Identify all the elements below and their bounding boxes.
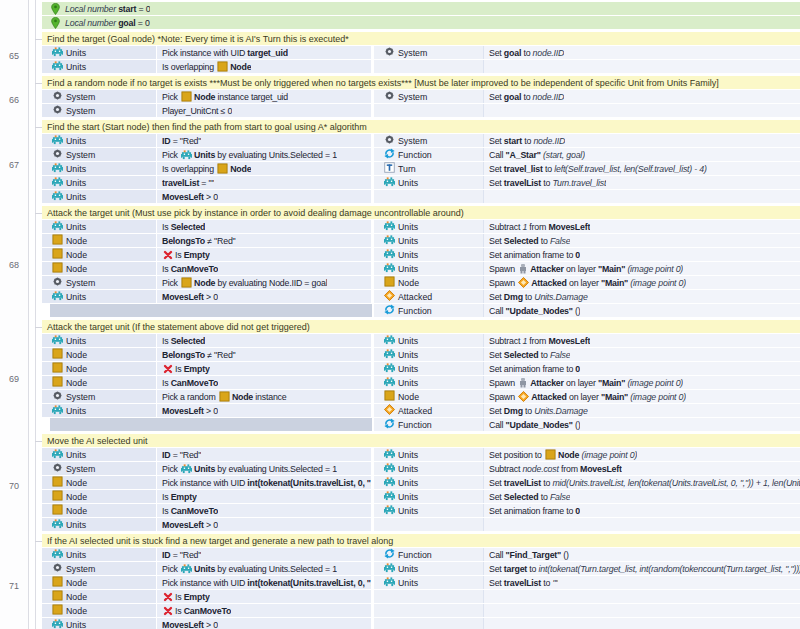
action-text[interactable]: Set start to node.IID	[484, 134, 800, 147]
comment-row[interactable]: Find a random node if no target is exist…	[42, 76, 800, 89]
condition-object[interactable]: Units	[42, 518, 157, 531]
action-object[interactable]: Node	[374, 276, 484, 289]
condition-object[interactable]: Units	[42, 448, 157, 461]
action-object[interactable]	[374, 104, 484, 117]
condition-text[interactable]: Pick Node by evaluating Node.IID = goal	[157, 276, 372, 289]
local-variable-row[interactable]: Local number goal = 0	[42, 16, 800, 29]
action-text[interactable]: Set animation frame to 0	[484, 248, 800, 261]
action-text[interactable]: Subtract node.cost from MovesLeft	[484, 462, 800, 475]
action-object[interactable]	[374, 190, 484, 203]
action-text[interactable]: Call "Find_Target" ()	[484, 548, 800, 561]
action-text[interactable]: Set animation frame to 0	[484, 362, 800, 375]
action-text[interactable]: Set animation frame to 0	[484, 504, 800, 517]
action-text[interactable]: Call "A_Star" (start, goal)	[484, 148, 800, 161]
action-text[interactable]: Set Selected to False	[484, 234, 800, 247]
condition-text[interactable]: MovesLeft > 0	[157, 290, 372, 303]
action-object[interactable]: Units	[374, 490, 484, 503]
condition-object[interactable]: Units	[42, 404, 157, 417]
event-number[interactable]: 67	[0, 160, 28, 170]
condition-object[interactable]: Node	[42, 604, 157, 617]
condition-text[interactable]: Is Selected	[157, 220, 372, 233]
condition-object[interactable]: Units	[42, 60, 157, 73]
action-text[interactable]: Set goal to node.IID	[484, 90, 800, 103]
condition-object[interactable]: Node	[42, 348, 157, 361]
action-object[interactable]: Attacked	[374, 404, 484, 417]
condition-text[interactable]: Is Empty	[157, 362, 372, 375]
action-object[interactable]: Units	[374, 176, 484, 189]
condition-object[interactable]: Units	[42, 190, 157, 203]
condition-object[interactable]: Node	[42, 476, 157, 489]
condition-text[interactable]: Is Empty	[157, 248, 372, 261]
action-text[interactable]: Subtract 1 from MovesLeft	[484, 334, 800, 347]
condition-text[interactable]: Is Empty	[157, 590, 372, 603]
condition-object[interactable]: Node	[42, 234, 157, 247]
comment-row[interactable]: If the AI selected unit is stuck find a …	[42, 534, 800, 547]
action-text[interactable]: Set goal to node.IID	[484, 46, 800, 59]
action-object[interactable]: Units	[374, 504, 484, 517]
event-number[interactable]: 70	[0, 481, 28, 491]
action-text[interactable]: Spawn Attacker on layer "Main" (image po…	[484, 376, 800, 389]
condition-object[interactable]: System	[42, 462, 157, 475]
condition-text[interactable]: MovesLeft > 0	[157, 404, 372, 417]
condition-text[interactable]: Is overlapping Node	[157, 162, 372, 175]
action-object[interactable]: System	[374, 46, 484, 59]
action-object[interactable]: Units	[374, 220, 484, 233]
action-object[interactable]: Units	[374, 562, 484, 575]
condition-text[interactable]: Is CanMoveTo	[157, 604, 372, 617]
condition-object[interactable]: System	[42, 104, 157, 117]
action-text[interactable]: Spawn Attacked on layer "Main" (image po…	[484, 276, 800, 289]
action-object[interactable]	[374, 604, 484, 617]
action-text[interactable]: Set travel_list to left(Self.travel_list…	[484, 162, 800, 175]
condition-text[interactable]: ID = "Red"	[157, 134, 372, 147]
condition-text[interactable]: Is overlapping Node	[157, 60, 372, 73]
action-object[interactable]: System	[374, 90, 484, 103]
action-text[interactable]	[484, 60, 800, 73]
event-number[interactable]: 68	[0, 260, 28, 270]
action-object[interactable]: Units	[374, 262, 484, 275]
action-text[interactable]	[484, 518, 800, 531]
condition-object[interactable]: Units	[42, 220, 157, 233]
event-number[interactable]: 69	[0, 374, 28, 384]
action-text[interactable]: Set travelList to mid(Units.travelList, …	[484, 476, 800, 489]
condition-text[interactable]: Pick instance with UID target_uid	[157, 46, 372, 59]
condition-text[interactable]: Pick instance with UID int(tokenat(Units…	[157, 476, 372, 489]
action-text[interactable]: Set Dmg to Units.Damage	[484, 404, 800, 417]
condition-text[interactable]: BelongsTo ≠ "Red"	[157, 234, 372, 247]
event-number[interactable]: 71	[0, 581, 28, 591]
condition-text[interactable]: Pick Node instance target_uid	[157, 90, 372, 103]
action-object[interactable]: Units	[374, 362, 484, 375]
condition-text[interactable]: travelList = ""	[157, 176, 372, 189]
condition-text[interactable]: MovesLeft > 0	[157, 618, 372, 629]
condition-object[interactable]: Node	[42, 576, 157, 589]
comment-row[interactable]: Attack the target unit (Must use pick by…	[42, 206, 800, 219]
action-text[interactable]: Set travelList to ""	[484, 576, 800, 589]
condition-text[interactable]: Pick Units by evaluating Units.Selected …	[157, 148, 372, 161]
condition-object[interactable]: Node	[42, 504, 157, 517]
condition-object[interactable]: Node	[42, 376, 157, 389]
condition-object[interactable]: Node	[42, 248, 157, 261]
action-object[interactable]: Node	[374, 390, 484, 403]
condition-text[interactable]: Is CanMoveTo	[157, 504, 372, 517]
condition-text[interactable]: ID = "Red"	[157, 548, 372, 561]
condition-object[interactable]: System	[42, 148, 157, 161]
action-object[interactable]: Units	[374, 376, 484, 389]
condition-object[interactable]: Node	[42, 262, 157, 275]
action-object[interactable]: Units	[374, 462, 484, 475]
action-text[interactable]: Set Selected to False	[484, 348, 800, 361]
condition-text[interactable]: Pick Units by evaluating Units.Selected …	[157, 462, 372, 475]
action-object[interactable]	[374, 590, 484, 603]
action-object[interactable]: Units	[374, 448, 484, 461]
action-object[interactable]	[374, 518, 484, 531]
condition-object[interactable]: System	[42, 90, 157, 103]
condition-object[interactable]: Units	[42, 134, 157, 147]
condition-text[interactable]: Pick Units by evaluating Units.Selected …	[157, 562, 372, 575]
action-text[interactable]: Call "Update_Nodes" ()	[484, 418, 800, 431]
action-object[interactable]: Function	[374, 148, 484, 161]
condition-object[interactable]: Units	[42, 162, 157, 175]
action-text[interactable]: Spawn Attacked on layer "Main" (image po…	[484, 390, 800, 403]
condition-text[interactable]: MovesLeft > 0	[157, 190, 372, 203]
condition-text[interactable]: MovesLeft > 0	[157, 518, 372, 531]
action-object[interactable]	[374, 618, 484, 629]
action-text[interactable]	[484, 590, 800, 603]
condition-text[interactable]: Is Empty	[157, 490, 372, 503]
